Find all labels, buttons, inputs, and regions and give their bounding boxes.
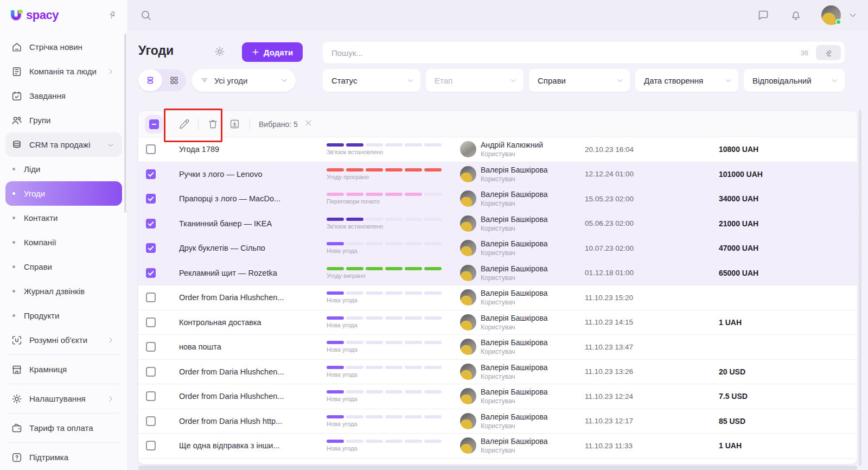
filter-status[interactable]: Статус [323, 69, 420, 92]
row-checkbox[interactable] [146, 317, 156, 327]
sidebar-item-label: Тариф та оплата [29, 423, 93, 433]
bulk-actions-toolbar: Вибрано: 5 [138, 111, 857, 137]
responsible-avatar [460, 265, 476, 281]
deal-row[interactable]: Контрольная доставка Нова угода Валерія … [138, 310, 857, 335]
deal-amount: 21000 UAH [719, 219, 857, 228]
list-view-button[interactable] [138, 69, 162, 91]
stage-segment-empty [385, 366, 403, 369]
row-checkbox[interactable] [146, 391, 156, 401]
row-checkbox[interactable] [146, 194, 156, 204]
sidebar-subitem-activities[interactable]: Справи [5, 255, 122, 279]
deal-title[interactable]: Угода 1789 [179, 145, 327, 154]
saved-filter-select[interactable]: Усі угоди [192, 69, 296, 92]
clear-search-button[interactable] [816, 45, 841, 60]
row-checkbox[interactable] [146, 169, 156, 179]
deal-title[interactable]: Прапорці з лого — MacDo... [179, 194, 327, 203]
deal-row[interactable]: Order from Daria Hlushchen... Нова угода… [138, 285, 857, 310]
filter-stage[interactable]: Етап [426, 69, 524, 92]
sidebar-item-shop[interactable]: Крамниця [5, 357, 122, 382]
row-checkbox[interactable] [146, 367, 156, 377]
sidebar-item-company-people[interactable]: Компанія та люди [5, 59, 122, 84]
deal-row[interactable]: Угода 1789 Зв'язок встановлено Андрій Ка… [138, 137, 857, 162]
filter-created-date[interactable]: Дата створення [635, 69, 738, 92]
deal-stage: Нова угода [327, 341, 460, 353]
sidebar-subitem-contacts[interactable]: Контакти [5, 206, 122, 230]
deal-row[interactable]: нова пошта Нова угода Валерія Башкірова … [138, 335, 857, 360]
vertical-scrollbar[interactable] [859, 110, 861, 466]
bulk-edit-button[interactable] [177, 118, 190, 131]
page-settings-button[interactable] [214, 46, 226, 60]
stage-label: Нова угода [327, 421, 460, 427]
row-checkbox[interactable] [146, 268, 156, 278]
deal-title[interactable]: Контрольная доставка [179, 318, 327, 327]
deal-title[interactable]: Друк буклетів — Сільпо [179, 244, 327, 252]
deal-title[interactable]: Рекламний щит — Rozetka [179, 269, 327, 277]
deal-row[interactable]: Order from Daria Hlush http... Нова угод… [138, 409, 857, 434]
bulk-delete-button[interactable] [206, 118, 219, 131]
stage-segment-empty [366, 390, 383, 393]
deal-title[interactable]: Order from Daria Hlush http... [179, 417, 327, 425]
sidebar-item-settings[interactable]: Налаштування [5, 386, 122, 411]
user-avatar[interactable] [821, 5, 841, 25]
sidebar-subitem-products[interactable]: Продукти [5, 303, 122, 328]
deal-title[interactable]: Order from Daria Hlushchen... [179, 392, 327, 401]
messenger-button[interactable] [756, 8, 770, 22]
row-checkbox[interactable] [146, 441, 156, 450]
sidebar-subitem-companies[interactable]: Компанії [5, 230, 122, 255]
sidebar-item-tariff[interactable]: Тариф та оплата [5, 416, 122, 440]
bullet-icon [12, 265, 15, 268]
horizontal-scrollbar[interactable] [138, 466, 857, 470]
created-date: 05.06.23 02:00 [585, 219, 719, 227]
pin-sidebar-icon[interactable] [107, 10, 118, 21]
responsible-avatar [460, 388, 476, 404]
row-checkbox[interactable] [146, 342, 156, 352]
sidebar-divider [7, 384, 121, 384]
deal-title[interactable]: Ще одна відправка з інши... [179, 441, 327, 450]
stage-segment-filled [327, 218, 344, 221]
clear-selection-button[interactable] [304, 119, 312, 129]
sidebar-item-smart-objects[interactable]: Розумні об'єкти [5, 328, 122, 352]
sidebar-subitem-leads[interactable]: Ліди [5, 157, 122, 181]
sidebar-item-newsfeed[interactable]: Стрічка новин [5, 35, 122, 59]
row-checkbox[interactable] [146, 144, 156, 154]
row-checkbox[interactable] [146, 243, 156, 253]
sidebar-subitem-call-log[interactable]: Журнал дзвінків [5, 279, 122, 303]
deal-row[interactable]: Рекламний щит — Rozetka Угоду виграно Ва… [138, 261, 857, 286]
uspacy-logo[interactable]: spacy [8, 7, 59, 24]
sidebar-item-groups[interactable]: Групи [5, 108, 122, 132]
profile-chevron-down-icon[interactable] [848, 11, 857, 20]
kanban-view-button[interactable] [162, 69, 186, 91]
deal-row[interactable]: Ручки з лого — Lenovo Угоду програно Вал… [138, 162, 857, 187]
row-checkbox[interactable] [146, 416, 156, 426]
deal-row[interactable]: Тканинний банер — IKEA Зв'язок встановле… [138, 212, 857, 237]
deal-row[interactable]: Друк буклетів — Сільпо Нова угода Валері… [138, 236, 857, 261]
sidebar-item-support[interactable]: Підтримка [5, 445, 122, 469]
deal-title[interactable]: Ручки з лого — Lenovo [179, 170, 327, 179]
deal-title[interactable]: Order from Daria Hlushchen... [179, 293, 327, 302]
sidebar-item-tasks[interactable]: Завдання [5, 84, 122, 108]
filter-activities[interactable]: Справи [529, 69, 630, 92]
row-checkbox[interactable] [146, 219, 156, 228]
deal-title[interactable]: Тканинний банер — IKEA [179, 219, 327, 228]
global-search-button[interactable] [139, 8, 153, 22]
filter-responsible[interactable]: Відповідальний [744, 69, 845, 92]
stage-segment-empty [405, 143, 422, 147]
deal-title[interactable]: Order from Daria Hlushchen... [179, 367, 327, 376]
responsible-avatar [460, 240, 476, 256]
add-deal-button[interactable]: Додати [242, 42, 303, 62]
select-all-checkbox[interactable] [145, 115, 163, 134]
deal-row[interactable]: Прапорці з лого — MacDo... Переговори по… [138, 187, 857, 212]
row-checkbox[interactable] [146, 293, 156, 302]
sidebar-item-crm[interactable]: CRM та продажі [5, 132, 122, 157]
user-role: Користувач [481, 249, 585, 257]
bulk-export-button[interactable] [228, 118, 241, 131]
deals-search-input[interactable] [323, 48, 801, 58]
sidebar-scrollbar[interactable] [124, 34, 126, 213]
sidebar-subitem-deals[interactable]: Угоди [5, 181, 122, 206]
deal-row[interactable]: Order from Daria Hlushchen... Нова угода… [138, 360, 857, 385]
deal-row[interactable]: Order from Daria Hlushchen... Нова угода… [138, 384, 857, 409]
deal-row[interactable]: Ще одна відправка з інши... Нова угода В… [138, 434, 857, 459]
chevron-down-icon [407, 77, 414, 84]
deal-title[interactable]: нова пошта [179, 342, 327, 351]
notifications-button[interactable] [789, 8, 803, 22]
